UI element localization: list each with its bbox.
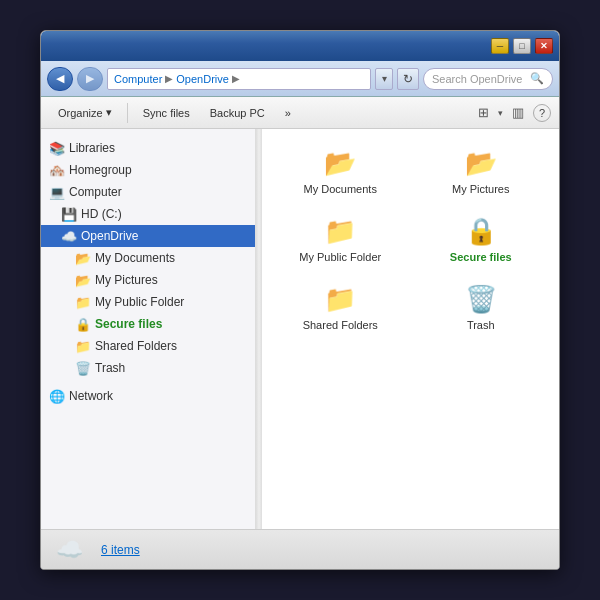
homegroup-icon: 🏘️ (49, 162, 65, 178)
file-label-my-public-folder: My Public Folder (299, 251, 381, 263)
computer-label: Computer (69, 185, 122, 199)
sidebar-item-my-pictures[interactable]: 📂 My Pictures (41, 269, 255, 291)
status-drive-icon: ☁️ (53, 534, 85, 566)
libraries-icon: 📚 (49, 140, 65, 156)
sidebar-item-secure-files[interactable]: 🔒 Secure files (41, 313, 255, 335)
file-icon-my-public-folder: 📁 (324, 215, 356, 247)
help-button[interactable]: ? (533, 104, 551, 122)
path-computer[interactable]: Computer (114, 73, 162, 85)
file-icon-secure-files: 🔒 (465, 215, 497, 247)
shared-folders-icon: 📁 (75, 338, 91, 354)
trash-label: Trash (95, 361, 125, 375)
my-pictures-label: My Pictures (95, 273, 158, 287)
network-icon: 🌐 (49, 388, 65, 404)
file-item-my-documents[interactable]: 📂 My Documents (274, 141, 407, 201)
secure-files-label: Secure files (95, 317, 162, 331)
file-item-my-public-folder[interactable]: 📁 My Public Folder (274, 209, 407, 269)
window-controls: ─ □ ✕ (491, 38, 553, 54)
file-label-my-pictures: My Pictures (452, 183, 509, 195)
search-icon: 🔍 (530, 72, 544, 85)
toolbar: Organize ▾ Sync files Backup PC » ⊞ ▾ ▥ … (41, 97, 559, 129)
shared-folders-label: Shared Folders (95, 339, 177, 353)
my-public-folder-label: My Public Folder (95, 295, 184, 309)
my-pictures-icon: 📂 (75, 272, 91, 288)
address-bar: ◀ ▶ Computer ▶ OpenDrive ▶ ▾ ↻ Search Op… (41, 61, 559, 97)
more-tools-icon: » (285, 107, 291, 119)
panel-button[interactable]: ▥ (506, 101, 530, 125)
status-items-count[interactable]: 6 items (101, 543, 140, 557)
view-dropdown-icon[interactable]: ▾ (498, 108, 503, 118)
search-placeholder: Search OpenDrive (432, 73, 523, 85)
sidebar-item-opendrive[interactable]: ☁️ OpenDrive (41, 225, 255, 247)
homegroup-label: Homegroup (69, 163, 132, 177)
refresh-button[interactable]: ↻ (397, 68, 419, 90)
back-button[interactable]: ◀ (47, 67, 73, 91)
title-bar: ─ □ ✕ (41, 31, 559, 61)
organize-label: Organize (58, 107, 103, 119)
explorer-window: ─ □ ✕ ◀ ▶ Computer ▶ OpenDrive ▶ ▾ ↻ Sea… (40, 30, 560, 570)
secure-files-icon: 🔒 (75, 316, 91, 332)
maximize-button[interactable]: □ (513, 38, 531, 54)
trash-icon: 🗑️ (75, 360, 91, 376)
sync-button[interactable]: Sync files (134, 101, 199, 125)
opendrive-label: OpenDrive (81, 229, 138, 243)
sidebar-item-computer[interactable]: 💻 Computer (41, 181, 255, 203)
file-item-my-pictures[interactable]: 📂 My Pictures (415, 141, 548, 201)
file-icon-my-pictures: 📂 (465, 147, 497, 179)
network-label: Network (69, 389, 113, 403)
path-opendrive[interactable]: OpenDrive (176, 73, 229, 85)
main-content: 📚 Libraries 🏘️ Homegroup 💻 Computer 💾 HD… (41, 129, 559, 529)
file-item-trash[interactable]: 🗑️ Trash (415, 277, 548, 337)
libraries-label: Libraries (69, 141, 115, 155)
my-public-folder-icon: 📁 (75, 294, 91, 310)
my-documents-icon: 📂 (75, 250, 91, 266)
hd-label: HD (C:) (81, 207, 122, 221)
forward-button[interactable]: ▶ (77, 67, 103, 91)
status-bar: ☁️ 6 items (41, 529, 559, 569)
opendrive-icon: ☁️ (61, 228, 77, 244)
file-item-secure-files[interactable]: 🔒 Secure files (415, 209, 548, 269)
toolbar-divider-1 (127, 103, 128, 123)
file-label-my-documents: My Documents (304, 183, 377, 195)
file-grid: 📂 My Documents 📂 My Pictures 📁 My Public… (270, 137, 551, 341)
close-button[interactable]: ✕ (535, 38, 553, 54)
organize-button[interactable]: Organize ▾ (49, 101, 121, 125)
file-icon-trash: 🗑️ (465, 283, 497, 315)
address-path[interactable]: Computer ▶ OpenDrive ▶ (107, 68, 371, 90)
sync-label: Sync files (143, 107, 190, 119)
hd-icon: 💾 (61, 206, 77, 222)
file-label-shared-folders: Shared Folders (303, 319, 378, 331)
computer-icon: 💻 (49, 184, 65, 200)
my-documents-label: My Documents (95, 251, 175, 265)
sidebar-item-homegroup[interactable]: 🏘️ Homegroup (41, 159, 255, 181)
file-label-secure-files: Secure files (450, 251, 512, 263)
toolbar-right: ⊞ ▾ ▥ ? (471, 101, 551, 125)
search-box[interactable]: Search OpenDrive 🔍 (423, 68, 553, 90)
backup-label: Backup PC (210, 107, 265, 119)
address-dropdown[interactable]: ▾ (375, 68, 393, 90)
file-item-shared-folders[interactable]: 📁 Shared Folders (274, 277, 407, 337)
file-icon-my-documents: 📂 (324, 147, 356, 179)
left-panel: 📚 Libraries 🏘️ Homegroup 💻 Computer 💾 HD… (41, 129, 256, 529)
organize-arrow-icon: ▾ (106, 106, 112, 119)
path-sep-2: ▶ (232, 73, 240, 84)
more-tools-button[interactable]: » (276, 101, 300, 125)
sidebar-item-libraries[interactable]: 📚 Libraries (41, 137, 255, 159)
minimize-button[interactable]: ─ (491, 38, 509, 54)
sidebar-item-my-documents[interactable]: 📂 My Documents (41, 247, 255, 269)
sidebar-item-shared-folders[interactable]: 📁 Shared Folders (41, 335, 255, 357)
sidebar-item-my-public-folder[interactable]: 📁 My Public Folder (41, 291, 255, 313)
right-panel: 📂 My Documents 📂 My Pictures 📁 My Public… (262, 129, 559, 529)
backup-button[interactable]: Backup PC (201, 101, 274, 125)
file-label-trash: Trash (467, 319, 495, 331)
file-icon-shared-folders: 📁 (324, 283, 356, 315)
grid-view-button[interactable]: ⊞ (471, 101, 495, 125)
sidebar-item-network[interactable]: 🌐 Network (41, 385, 255, 407)
sidebar-item-trash[interactable]: 🗑️ Trash (41, 357, 255, 379)
sidebar-item-hd[interactable]: 💾 HD (C:) (41, 203, 255, 225)
path-sep-1: ▶ (165, 73, 173, 84)
